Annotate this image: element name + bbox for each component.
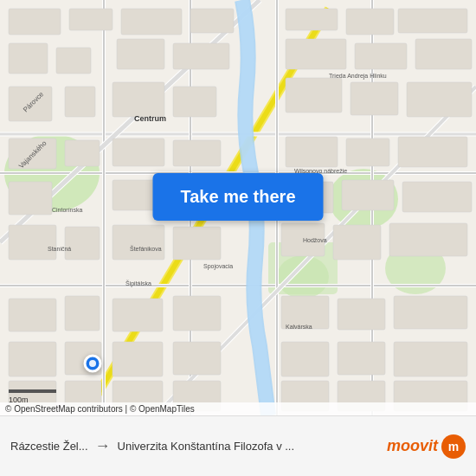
svg-text:Štefánikova: Štefánikova — [130, 245, 162, 252]
svg-rect-60 — [9, 225, 56, 260]
svg-rect-38 — [355, 43, 407, 69]
arrow-icon: → — [95, 437, 111, 455]
svg-rect-43 — [173, 87, 216, 117]
svg-rect-78 — [281, 342, 329, 376]
svg-rect-73 — [394, 296, 467, 329]
svg-rect-62 — [113, 225, 164, 260]
svg-rect-31 — [346, 9, 394, 35]
svg-rect-68 — [65, 296, 100, 331]
svg-text:Staničná: Staničná — [48, 246, 71, 252]
svg-rect-66 — [389, 223, 467, 256]
svg-rect-65 — [333, 225, 381, 260]
to-location-label: Univerzita Konštantína Filozofa v ... — [118, 440, 387, 453]
svg-rect-53 — [398, 137, 467, 167]
svg-rect-36 — [173, 43, 229, 69]
svg-rect-41 — [65, 87, 95, 117]
svg-text:Trieda Andreja Hlinku: Trieda Andreja Hlinku — [329, 73, 387, 80]
svg-rect-58 — [342, 180, 394, 210]
moovit-icon: m — [441, 434, 466, 459]
svg-rect-79 — [338, 342, 385, 375]
svg-rect-34 — [56, 48, 91, 74]
svg-rect-70 — [173, 296, 221, 331]
svg-rect-46 — [407, 82, 472, 117]
svg-rect-45 — [351, 82, 398, 115]
svg-rect-44 — [286, 78, 342, 113]
take-me-there-button[interactable]: Take me there — [152, 173, 323, 221]
svg-rect-49 — [113, 138, 164, 166]
svg-rect-29 — [190, 9, 234, 33]
svg-rect-61 — [65, 227, 100, 260]
svg-rect-39 — [415, 39, 472, 69]
svg-rect-59 — [402, 182, 472, 212]
svg-rect-48 — [65, 140, 100, 166]
svg-text:Hodžova: Hodžova — [303, 237, 327, 243]
svg-rect-74 — [9, 342, 56, 376]
svg-text:Centrum: Centrum — [134, 114, 166, 123]
svg-rect-77 — [173, 342, 221, 375]
moovit-logo: moovit m — [387, 434, 466, 459]
map-attribution: © OpenStreetMap contributors | © OpenMap… — [0, 402, 476, 415]
svg-point-103 — [89, 360, 96, 367]
svg-rect-30 — [286, 9, 338, 30]
svg-rect-63 — [173, 227, 221, 260]
bottom-bar: Rázcestie Žel... → Univerzita Konštantín… — [0, 415, 476, 476]
svg-rect-26 — [9, 9, 61, 35]
svg-rect-52 — [346, 138, 389, 166]
svg-text:Kalvárska: Kalvárska — [286, 324, 312, 330]
svg-rect-37 — [286, 39, 346, 69]
svg-text:Spojovacia: Spojovacia — [203, 263, 233, 270]
svg-rect-32 — [398, 9, 467, 33]
from-location-label: Rázcestie Žel... — [10, 440, 88, 453]
svg-rect-76 — [113, 342, 163, 376]
svg-rect-54 — [9, 182, 52, 215]
svg-rect-50 — [173, 140, 221, 166]
svg-rect-28 — [121, 9, 182, 35]
svg-rect-72 — [338, 299, 385, 330]
svg-rect-80 — [394, 342, 467, 376]
map-container: 100m Vajanského Párovce Centrum Cintorín… — [0, 0, 476, 415]
svg-rect-33 — [9, 43, 48, 74]
svg-rect-51 — [286, 137, 338, 167]
svg-rect-88 — [9, 389, 56, 393]
svg-rect-35 — [117, 39, 164, 69]
svg-rect-27 — [69, 9, 113, 30]
svg-rect-67 — [9, 299, 56, 331]
svg-rect-69 — [113, 299, 163, 331]
svg-rect-42 — [113, 82, 164, 117]
svg-text:Šipitálska: Šipitálska — [125, 280, 151, 287]
moovit-logo-text: moovit — [387, 437, 438, 455]
svg-text:Cintorínska: Cintorínska — [52, 207, 83, 213]
